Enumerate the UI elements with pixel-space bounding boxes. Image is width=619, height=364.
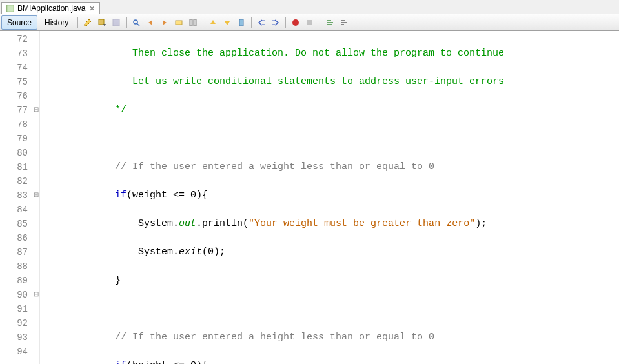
toggle-bookmark-icon[interactable] — [235, 16, 248, 29]
line-number: 72 — [0, 32, 32, 46]
separator — [320, 17, 320, 28]
source-tab[interactable]: Source — [1, 15, 37, 30]
line-number: 83 — [0, 188, 32, 203]
line-number-gutter: 72 73 74 75 76 77 78 79 80 81 82 83 84 8… — [0, 31, 32, 364]
line-number: 85 — [0, 217, 32, 231]
shift-right-icon[interactable] — [269, 16, 282, 29]
toggle-rectangular-icon[interactable] — [187, 16, 199, 29]
editor-area[interactable]: 72 73 74 75 76 77 78 79 80 81 82 83 84 8… — [0, 31, 619, 364]
line-number: 89 — [0, 274, 32, 288]
svg-rect-2 — [113, 19, 119, 26]
svg-line-4 — [137, 23, 139, 26]
svg-rect-14 — [307, 20, 312, 25]
svg-point-13 — [292, 19, 299, 26]
line-number: 90 — [0, 288, 32, 302]
line-number: 81 — [0, 160, 32, 174]
uncomment-icon[interactable] — [338, 16, 350, 29]
svg-rect-7 — [194, 19, 196, 26]
find-selection-icon[interactable] — [130, 16, 143, 29]
macro-record-icon[interactable] — [289, 16, 302, 29]
editor-toolbar: Source History — [0, 14, 619, 31]
find-previous-icon[interactable] — [144, 16, 157, 29]
svg-rect-1 — [99, 19, 104, 25]
macro-stop-icon — [303, 16, 316, 29]
toggle-highlight-icon[interactable] — [172, 16, 185, 29]
line-number: 84 — [0, 203, 32, 217]
line-number: 86 — [0, 231, 32, 245]
fold-expanded-icon[interactable]: ⊟ — [32, 102, 39, 116]
history-tab[interactable]: History — [39, 15, 74, 30]
java-file-icon — [6, 4, 15, 13]
line-number: 82 — [0, 174, 32, 188]
separator — [251, 17, 252, 28]
fold-gutter: ⊟ ⊟ ⊟ — [32, 31, 40, 364]
svg-rect-0 — [7, 5, 14, 12]
line-number: 93 — [0, 330, 32, 345]
save-icon — [110, 16, 123, 29]
last-edit-icon[interactable] — [81, 16, 94, 29]
line-number: 76 — [0, 89, 32, 103]
line-number: 75 — [0, 75, 32, 89]
separator — [203, 17, 203, 28]
svg-rect-5 — [176, 21, 182, 25]
line-number: 73 — [0, 46, 32, 61]
line-number: 92 — [0, 316, 32, 330]
separator — [285, 17, 286, 28]
close-icon[interactable]: ✕ — [88, 5, 96, 12]
line-number: 87 — [0, 245, 32, 259]
find-next-icon[interactable] — [158, 16, 171, 29]
separator — [126, 17, 127, 28]
shift-left-icon[interactable] — [255, 16, 268, 29]
line-number: 91 — [0, 302, 32, 316]
fold-expanded-icon[interactable]: ⊟ — [32, 287, 39, 301]
fold-expanded-icon[interactable]: ⊟ — [32, 187, 39, 201]
separator — [77, 17, 78, 28]
line-number: 78 — [0, 117, 32, 132]
line-number: 88 — [0, 259, 32, 274]
code-editor[interactable]: Then close the application. Do not allow… — [40, 31, 619, 364]
tab-bar: BMIApplication.java ✕ — [0, 0, 619, 14]
line-number: 94 — [0, 345, 32, 359]
svg-rect-6 — [190, 19, 192, 26]
line-number: 77 — [0, 103, 32, 117]
previous-bookmark-icon[interactable] — [207, 16, 219, 29]
file-tab[interactable]: BMIApplication.java ✕ — [1, 2, 100, 14]
line-number: 74 — [0, 61, 32, 75]
line-number: 79 — [0, 132, 32, 146]
line-number: 80 — [0, 146, 32, 160]
svg-rect-8 — [239, 19, 243, 26]
dropdown-icon[interactable] — [96, 16, 108, 29]
next-bookmark-icon[interactable] — [221, 16, 234, 29]
tab-filename: BMIApplication.java — [17, 4, 85, 13]
comment-icon[interactable] — [323, 16, 336, 29]
